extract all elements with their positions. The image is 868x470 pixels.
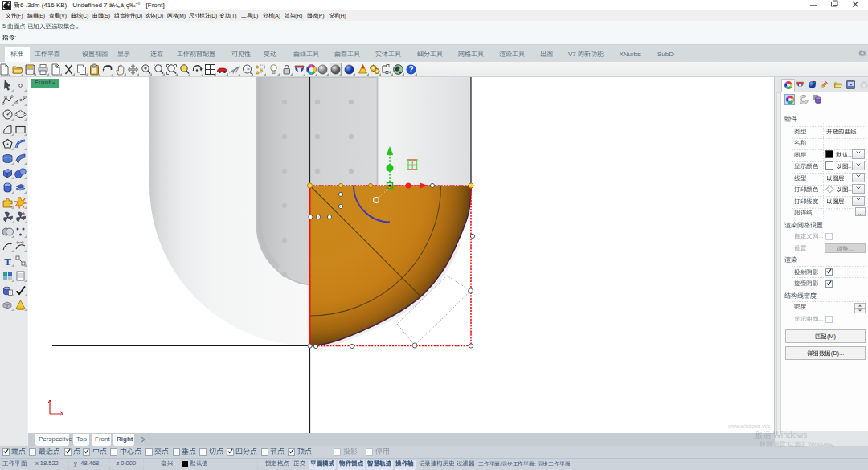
svg-text:?: ? bbox=[408, 65, 413, 74]
svg-text:T: T bbox=[4, 255, 11, 268]
